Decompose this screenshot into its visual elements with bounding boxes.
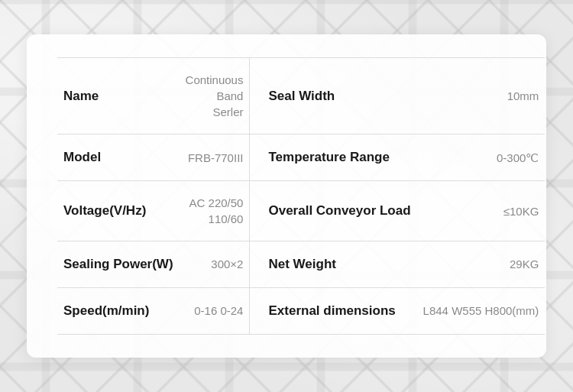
- left-label-2: Voltage(V/Hz): [57, 181, 180, 241]
- right-value-4: L844 W555 H800(mm): [417, 287, 545, 334]
- table-row: NameContinuous Band SerlerSeal Width10mm: [57, 58, 545, 134]
- table-row: Voltage(V/Hz)AC 220/50 110/60Overall Con…: [57, 181, 545, 241]
- right-label-0: Seal Width: [262, 58, 416, 134]
- table-row: Speed(m/min)0-16 0-24External dimensions…: [57, 287, 545, 334]
- divider-4: [250, 287, 263, 334]
- divider-3: [250, 241, 263, 288]
- left-label-0: Name: [57, 58, 180, 134]
- right-label-4: External dimensions: [262, 287, 416, 334]
- divider-0: [250, 58, 263, 134]
- right-label-2: Overall Conveyor Load: [262, 181, 416, 241]
- specs-table: NameContinuous Band SerlerSeal Width10mm…: [57, 57, 545, 334]
- divider-2: [250, 181, 263, 241]
- right-label-1: Temperature Range: [262, 134, 416, 181]
- table-row: ModelFRB-770IIITemperature Range0-300℃: [57, 134, 545, 181]
- right-value-2: ≤10KG: [417, 181, 545, 241]
- left-value-2: AC 220/50 110/60: [180, 181, 250, 241]
- specs-card: NameContinuous Band SerlerSeal Width10mm…: [27, 34, 546, 357]
- right-value-1: 0-300℃: [417, 134, 545, 181]
- left-value-3: 300×2: [180, 241, 250, 288]
- left-value-0: Continuous Band Serler: [180, 58, 250, 134]
- left-label-3: Sealing Power(W): [57, 241, 180, 288]
- table-row: Sealing Power(W)300×2Net Weight29KG: [57, 241, 545, 288]
- divider-1: [250, 134, 263, 181]
- right-label-3: Net Weight: [262, 241, 416, 288]
- left-value-4: 0-16 0-24: [180, 287, 250, 334]
- left-label-4: Speed(m/min): [57, 287, 180, 334]
- left-value-1: FRB-770III: [180, 134, 250, 181]
- right-value-3: 29KG: [417, 241, 545, 288]
- right-value-0: 10mm: [417, 58, 545, 134]
- left-label-1: Model: [57, 134, 180, 181]
